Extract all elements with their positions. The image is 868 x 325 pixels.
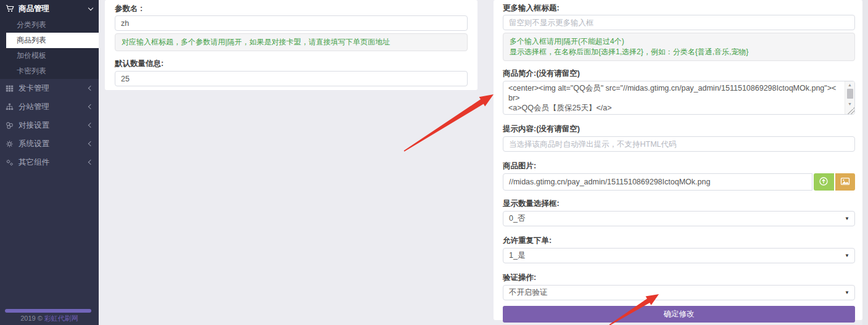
verify-action-label: 验证操作: <box>503 273 855 283</box>
product-image-label: 商品图片: <box>503 161 855 171</box>
sidebar-item-docking-settings[interactable]: 对接设置 <box>0 116 99 134</box>
sidebar-item-product-management[interactable]: 商品管理 <box>0 0 99 17</box>
chevron-down-icon <box>88 5 93 10</box>
cart-icon <box>6 4 14 13</box>
red-arrow-icon <box>404 94 494 152</box>
param-name-label: 参数名 : <box>115 4 468 14</box>
repeat-order-select[interactable]: 1_是 ▼ <box>503 248 855 263</box>
upload-button[interactable] <box>814 173 833 191</box>
sidebar-item-label: 分站管理 <box>19 102 49 112</box>
gear-icon <box>6 139 14 148</box>
chevron-left-icon <box>88 123 93 128</box>
product-desc-content[interactable]: <center><img alt="QQ会员" src="//midas.gti… <box>503 81 845 114</box>
product-image-input[interactable] <box>503 173 812 191</box>
tip-content-label: 提示内容:(没有请留空) <box>503 124 855 134</box>
sidebar-item-other-components[interactable]: 其它组件 <box>0 153 99 171</box>
repeat-order-label: 允许重复下单: <box>503 236 855 246</box>
image-icon <box>840 176 850 188</box>
select-caret-icon: ▼ <box>845 212 849 226</box>
page-scrollbar-track[interactable] <box>862 0 868 325</box>
chevron-left-icon <box>88 86 93 91</box>
help-line-2: 显示选择框，在名称后面加{选择1,选择2}，例如：分类名{普通,音乐,宠物} <box>510 47 848 57</box>
sidebar-item-product-list[interactable]: 商品列表 <box>6 33 99 48</box>
sitemap-icon <box>6 102 14 111</box>
repeat-order-value: 1_是 <box>509 251 525 260</box>
sidebar-item-markup-template[interactable]: 加价模板 <box>0 48 99 64</box>
sidebar-item-category-list[interactable]: 分类列表 <box>0 17 99 33</box>
param-help-text: 对应输入框标题，多个参数请用|隔开，如果是对接卡盟，请直接填写下单页面地址 <box>115 33 468 51</box>
param-form-card: 参数名 : 对应输入框标题，多个参数请用|隔开，如果是对接卡盟，请直接填写下单页… <box>105 0 477 90</box>
confirm-edit-button[interactable]: 确定修改 <box>503 306 855 323</box>
qty-selectbox-value: 0_否 <box>509 214 525 223</box>
image-gallery-button[interactable] <box>835 173 855 191</box>
scroll-up-icon[interactable]: ▲ <box>848 81 852 89</box>
qty-selectbox-label: 显示数量选择框: <box>503 199 855 209</box>
coins-icon <box>6 121 14 130</box>
product-image-group <box>503 173 855 191</box>
gears-icon <box>6 158 14 167</box>
grid-icon <box>6 84 14 93</box>
default-qty-input[interactable] <box>115 71 468 86</box>
chevron-left-icon <box>88 104 93 109</box>
sidebar: 商品管理 分类列表 商品列表 加价模板 卡密列表 发卡管理 分站管理 <box>0 0 99 325</box>
sidebar-group-products: 商品管理 分类列表 商品列表 加价模板 卡密列表 <box>0 0 99 79</box>
verify-action-select[interactable]: 不开启验证 ▼ <box>503 285 855 300</box>
more-inputs-input[interactable] <box>503 15 855 30</box>
sidebar-item-label: 发卡管理 <box>19 83 49 94</box>
qty-selectbox-select[interactable]: 0_否 ▼ <box>503 211 855 226</box>
select-caret-icon: ▼ <box>845 286 849 300</box>
product-edit-form-card: 更多输入框标题: 多个输入框请用|隔开(不能超过4个) 显示选择框，在名称后面加… <box>494 0 862 320</box>
footer-site-link[interactable]: 彩虹代刷网 <box>44 315 78 322</box>
sidebar-item-label: 商品管理 <box>19 4 49 14</box>
scrollbar-thumb[interactable] <box>847 89 853 99</box>
product-desc-label: 商品简介:(没有请留空) <box>503 68 855 79</box>
default-qty-label: 默认数量信息: <box>115 59 468 69</box>
more-inputs-label: 更多输入框标题: <box>503 3 855 14</box>
sidebar-footer: 2019 © 彩虹代刷网 <box>0 314 99 323</box>
sidebar-item-card-list[interactable]: 卡密列表 <box>0 64 99 79</box>
sidebar-item-label: 其它组件 <box>19 157 49 168</box>
sidebar-footer-bar <box>5 309 91 313</box>
param-name-input[interactable] <box>115 15 468 31</box>
more-inputs-help-text: 多个输入框请用|隔开(不能超过4个) 显示选择框，在名称后面加{选择1,选择2}… <box>503 33 855 61</box>
chevron-left-icon <box>88 160 93 165</box>
help-line-1: 多个输入框请用|隔开(不能超过4个) <box>510 36 848 47</box>
sidebar-item-system-settings[interactable]: 系统设置 <box>0 134 99 153</box>
sidebar-item-card-management[interactable]: 发卡管理 <box>0 79 99 97</box>
sidebar-item-label: 系统设置 <box>19 139 49 149</box>
upload-icon <box>819 176 829 188</box>
footer-year: 2019 © <box>20 315 44 322</box>
chevron-left-icon <box>88 141 93 146</box>
sidebar-item-substation-management[interactable]: 分站管理 <box>0 97 99 116</box>
product-desc-textarea[interactable]: <center><img alt="QQ会员" src="//midas.gti… <box>503 81 855 115</box>
tip-content-input[interactable] <box>503 136 855 152</box>
select-caret-icon: ▼ <box>845 249 849 263</box>
admin-page: 商品管理 分类列表 商品列表 加价模板 卡密列表 发卡管理 分站管理 <box>0 0 868 325</box>
sidebar-item-label: 对接设置 <box>19 120 49 131</box>
resize-handle-icon[interactable] <box>848 107 854 114</box>
verify-action-value: 不开启验证 <box>509 288 548 297</box>
